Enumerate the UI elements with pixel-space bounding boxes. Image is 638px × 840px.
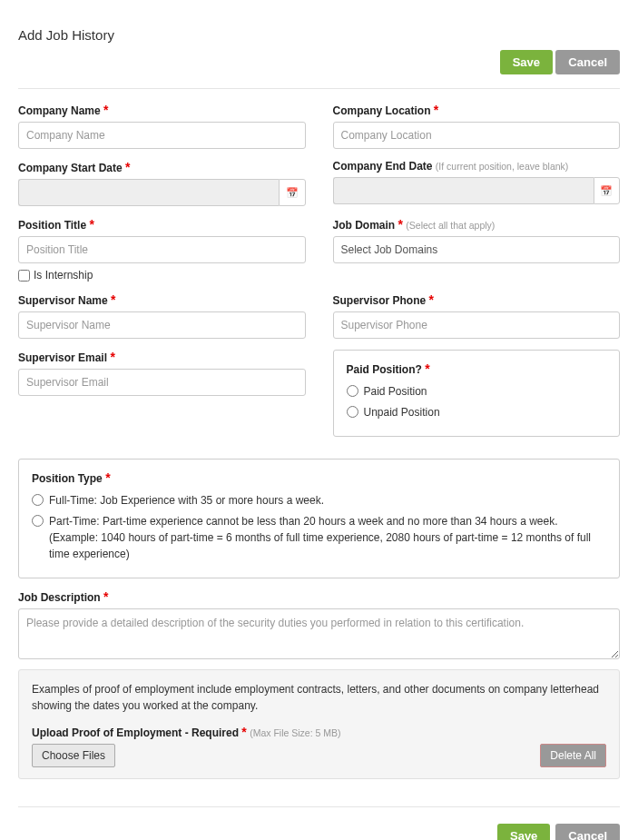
cancel-button-top[interactable]: Cancel	[555, 50, 620, 74]
modal-header: Add Job History Save Cancel	[18, 9, 620, 89]
is-internship-label: Is Internship	[34, 269, 93, 282]
supervisor-email-label: Supervisor Email *	[18, 350, 306, 364]
full-time-option: Full-Time: Job Experience with 35 or mor…	[49, 492, 324, 509]
paid-position-panel: Paid Position? * Paid Position Unpaid Po…	[333, 350, 621, 437]
job-description-label: Job Description *	[18, 589, 620, 604]
supervisor-email-input[interactable]	[18, 369, 306, 396]
calendar-icon[interactable]: 📅	[594, 177, 620, 204]
supervisor-phone-input[interactable]	[333, 311, 621, 339]
company-start-input[interactable]	[18, 179, 279, 206]
page-title: Add Job History	[18, 27, 114, 43]
supervisor-name-input[interactable]	[18, 311, 306, 339]
full-time-radio[interactable]	[32, 494, 44, 506]
position-title-input[interactable]	[18, 236, 306, 263]
unpaid-position-radio[interactable]	[347, 406, 358, 418]
company-end-input[interactable]	[333, 177, 594, 204]
position-title-label: Position Title *	[18, 217, 306, 232]
job-domain-label: Job Domain * (Select all that apply)	[333, 217, 621, 232]
company-start-label: Company Start Date *	[18, 160, 306, 174]
paid-position-option: Paid Position	[364, 383, 427, 400]
paid-position-label: Paid Position? *	[347, 361, 607, 376]
cancel-button-bottom[interactable]: Cancel	[555, 824, 620, 840]
job-domain-select[interactable]: Select Job Domains	[333, 236, 621, 263]
supervisor-phone-label: Supervisor Phone *	[333, 292, 621, 307]
unpaid-position-option: Unpaid Position	[364, 404, 440, 420]
paid-position-radio[interactable]	[347, 385, 358, 397]
calendar-icon[interactable]: 📅	[279, 179, 305, 206]
company-name-label: Company Name *	[18, 103, 306, 117]
is-internship-checkbox[interactable]	[18, 270, 30, 282]
modal-footer: Save Cancel	[18, 806, 620, 840]
save-button-bottom[interactable]: Save	[497, 824, 550, 840]
choose-files-button[interactable]: Choose Files	[32, 744, 115, 767]
part-time-option: Part-Time: Part-time experience cannot b…	[49, 513, 606, 562]
position-type-panel: Position Type * Full-Time: Job Experienc…	[18, 459, 620, 578]
company-name-input[interactable]	[18, 122, 306, 149]
upload-intro: Examples of proof of employment include …	[32, 681, 606, 714]
delete-all-button[interactable]: Delete All	[540, 744, 606, 767]
company-location-input[interactable]	[333, 122, 621, 149]
upload-label: Upload Proof of Employment - Required * …	[32, 725, 606, 739]
supervisor-name-label: Supervisor Name *	[18, 292, 306, 307]
job-description-textarea[interactable]	[18, 608, 620, 659]
company-location-label: Company Location *	[333, 103, 621, 117]
position-type-label: Position Type *	[32, 470, 606, 485]
save-button-top[interactable]: Save	[500, 50, 553, 74]
part-time-radio[interactable]	[32, 515, 44, 527]
upload-panel: Examples of proof of employment include …	[18, 669, 620, 779]
company-end-label: Company End Date (If current position, l…	[333, 160, 621, 173]
